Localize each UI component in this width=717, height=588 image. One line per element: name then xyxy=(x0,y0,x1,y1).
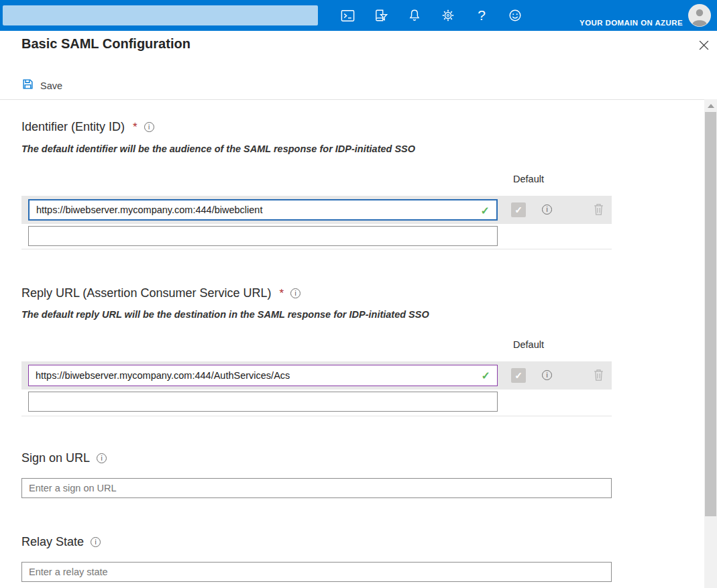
sign-on-url-heading-text: Sign on URL xyxy=(21,451,90,465)
identifier-url-input[interactable] xyxy=(30,200,496,219)
save-button[interactable]: Save xyxy=(22,78,62,93)
info-icon[interactable]: i xyxy=(91,537,101,547)
delete-row-icon[interactable] xyxy=(593,202,605,217)
azure-top-bar: ? YOUR DOMAIN ON AZURE xyxy=(0,0,717,31)
default-checkbox[interactable]: ✓ xyxy=(511,202,526,217)
sign-on-url-heading: Sign on URL i xyxy=(21,451,107,465)
reply-url-heading-text: Reply URL (Assertion Consumer Service UR… xyxy=(21,286,271,300)
valid-check-icon: ✓ xyxy=(482,369,490,382)
cloud-shell-icon[interactable] xyxy=(339,7,355,23)
info-icon[interactable]: i xyxy=(542,370,552,380)
identifier-row: ✓ ✓ i xyxy=(21,196,612,224)
save-label: Save xyxy=(40,80,62,91)
required-asterisk: * xyxy=(279,287,284,300)
required-asterisk: * xyxy=(133,121,137,134)
save-icon xyxy=(22,78,34,93)
feedback-smiley-icon[interactable] xyxy=(507,7,523,23)
scrollbar-up-arrow-icon[interactable] xyxy=(708,104,714,108)
info-icon[interactable]: i xyxy=(144,122,154,132)
identifier-heading-text: Identifier (Entity ID) xyxy=(21,120,125,134)
settings-gear-icon[interactable] xyxy=(440,7,456,23)
identifier-section-heading: Identifier (Entity ID)* i xyxy=(21,120,154,134)
notifications-icon[interactable] xyxy=(406,7,423,23)
help-glyph: ? xyxy=(478,7,486,23)
identifier-input-wrap: ✓ xyxy=(28,199,498,221)
identifier-description: The default identifier will be the audie… xyxy=(21,143,415,154)
directory-filter-icon[interactable] xyxy=(373,7,389,23)
delete-row-icon[interactable] xyxy=(593,368,605,383)
close-icon[interactable] xyxy=(698,40,710,52)
avatar[interactable] xyxy=(688,4,711,27)
valid-check-icon: ✓ xyxy=(481,204,490,217)
scrollbar-thumb[interactable] xyxy=(705,112,716,516)
info-icon[interactable]: i xyxy=(97,453,107,463)
sign-on-url-input[interactable] xyxy=(21,478,612,498)
relay-state-heading: Relay State i xyxy=(21,535,101,549)
reply-url-section-heading: Reply URL (Assertion Consumer Service UR… xyxy=(21,286,300,300)
info-icon[interactable]: i xyxy=(290,288,300,298)
reply-url-description: The default reply URL will be the destin… xyxy=(21,309,429,320)
reply-url-empty-input[interactable] xyxy=(28,392,498,412)
checkbox-check-icon: ✓ xyxy=(514,370,522,381)
help-icon[interactable]: ? xyxy=(474,7,490,23)
info-icon[interactable]: i xyxy=(542,204,552,215)
section-separator xyxy=(21,249,612,249)
default-column-header: Default xyxy=(513,339,544,350)
default-column-header: Default xyxy=(513,174,544,184)
reply-url-input-wrap: ✓ xyxy=(28,365,498,386)
form-content: Identifier (Entity ID)* i The default id… xyxy=(21,100,612,588)
reply-url-row: ✓ ✓ i xyxy=(21,361,612,390)
relay-state-heading-text: Relay State xyxy=(21,535,84,549)
section-separator xyxy=(21,416,612,416)
identifier-empty-input[interactable] xyxy=(28,226,498,246)
relay-state-input[interactable] xyxy=(21,562,612,582)
reply-url-input[interactable] xyxy=(29,365,497,386)
search-input[interactable] xyxy=(3,5,318,25)
checkbox-check-icon: ✓ xyxy=(514,204,522,215)
page-title: Basic SAML Configuration xyxy=(21,36,190,52)
basic-saml-configuration-panel: ? YOUR DOMAIN ON AZURE Basic SAML Config… xyxy=(0,0,717,588)
account-domain-label[interactable]: YOUR DOMAIN ON AZURE xyxy=(577,19,683,27)
default-checkbox[interactable]: ✓ xyxy=(511,368,526,383)
